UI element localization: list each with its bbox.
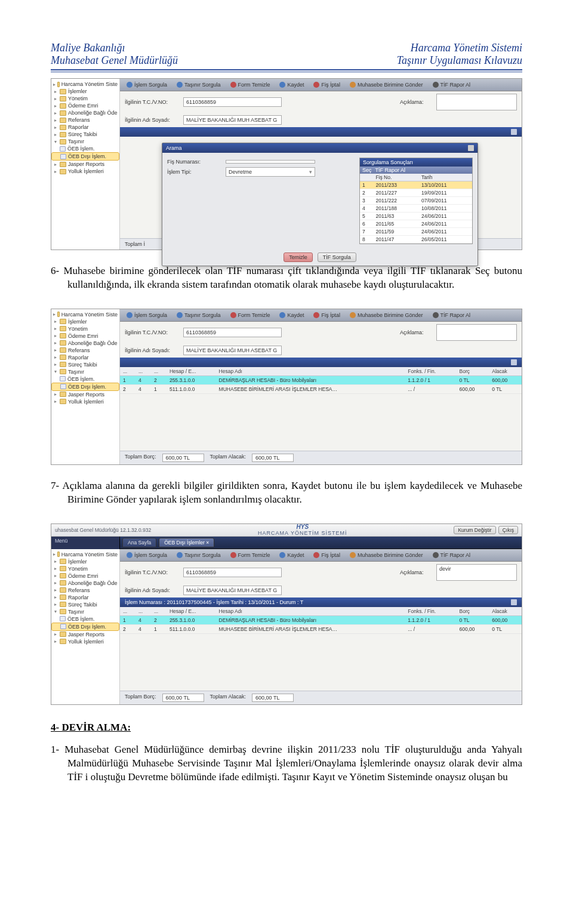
table-row[interactable]: 12011/23313/10/2011 (360, 181, 472, 189)
islem-sorgula-button[interactable]: İşlem Sorgula (124, 312, 170, 319)
tree-odeme[interactable]: Ödeme Emri (68, 333, 98, 339)
kaydet-button[interactable]: Kaydet (276, 81, 307, 88)
tree-yolluk[interactable]: Yolluk İşlemleri (68, 399, 104, 405)
adsoyad-input[interactable]: MALİYE BAKANLIĞI MUH ASEBAT G (183, 586, 282, 595)
tree-abonelik[interactable]: Aboneliğe Bağlı Öde (68, 580, 118, 586)
collapse-icon[interactable] (511, 129, 517, 135)
tcvkno-input[interactable]: 6110368859 (183, 97, 282, 107)
adsoyad-input[interactable]: MALİYE BAKANLIĞI MUH ASEBAT G (183, 346, 282, 355)
folder-icon (60, 566, 66, 571)
tree-jasper[interactable]: Jasper Reports (68, 392, 104, 398)
tree-raporlar[interactable]: Raporlar (68, 355, 89, 361)
fis-iptal-button[interactable]: Fiş İptal (310, 552, 343, 559)
folder-icon (60, 580, 66, 586)
tree-referans[interactable]: Referans (68, 347, 90, 353)
table-row[interactable]: 142 255.3.1.0.0DEMİRBAŞLAR HESABI - Büro… (120, 615, 522, 624)
adsoyad-input[interactable]: MALİYE BAKANLIĞI MUH ASEBAT G (183, 115, 282, 125)
tree-tasinir[interactable]: Taşınır (68, 609, 84, 615)
tasinir-sorgula-button[interactable]: Taşınır Sorgula (174, 81, 224, 88)
tree-islemler[interactable]: İşlemler (68, 88, 87, 94)
tree-oeb[interactable]: ÖEB İşlem. (67, 146, 95, 152)
tif-rapor-button[interactable]: TİF Rapor Al (430, 81, 474, 88)
aciklama-input[interactable]: devir (436, 564, 517, 581)
tree-yonetim[interactable]: Yönetim (68, 96, 88, 101)
aciklama-input[interactable] (436, 94, 517, 110)
table-row[interactable]: 32011/22207/09/2011 (360, 197, 472, 205)
cikis-button[interactable]: Çıkış (498, 526, 518, 534)
tree-jasper[interactable]: Jasper Reports (68, 161, 104, 167)
tree-odeme[interactable]: Ödeme Emri (68, 573, 98, 579)
table-row[interactable]: 241 511.1.0.0.0MUHASEBE BİRİMLERİ ARASI … (120, 384, 522, 393)
tree-yolluk[interactable]: Yolluk İşlemleri (68, 639, 104, 645)
tree-root[interactable]: Harcama Yönetim Siste (61, 552, 118, 558)
kaydet-button[interactable]: Kaydet (276, 312, 307, 319)
islem-sorgula-button[interactable]: İşlem Sorgula (124, 81, 170, 88)
tree-abonelik[interactable]: Aboneliğe Bağlı Öde (68, 110, 118, 116)
temizle-button[interactable]: Temizle (284, 252, 313, 262)
tree-islemler[interactable]: İşlemler (68, 559, 87, 565)
search-icon (177, 312, 183, 318)
tree-tasinir[interactable]: Taşınır (68, 369, 84, 375)
tree-referans[interactable]: Referans (68, 117, 90, 123)
tasinir-sorgula-button[interactable]: Taşınır Sorgula (174, 312, 224, 319)
collapse-icon[interactable] (511, 599, 517, 605)
tree-oeb[interactable]: ÖEB İşlem. (67, 616, 95, 622)
table-row[interactable]: 42011/18810/08/2011 (360, 205, 472, 212)
collapse-icon[interactable] (511, 359, 517, 365)
fisno-input[interactable] (226, 160, 315, 164)
tree-tasinir[interactable]: Taşınır (68, 138, 84, 144)
form-temizle-button[interactable]: Form Temizle (227, 81, 273, 88)
tree-yonetim[interactable]: Yönetim (68, 566, 88, 572)
islemtip-select[interactable]: Devretme ▾ (226, 167, 315, 177)
tree-abonelik[interactable]: Aboneliğe Bağlı Öde (68, 340, 118, 346)
tree-jasper[interactable]: Jasper Reports (68, 632, 104, 637)
tree-oebdisi[interactable]: ÖEB Dışı İşlem. (68, 624, 106, 630)
tif-rapor-button[interactable]: TİF Rapor Al (430, 312, 474, 319)
tree-raporlar[interactable]: Raporlar (68, 124, 89, 130)
form-temizle-button[interactable]: Form Temizle (227, 312, 273, 319)
muhasebe-gonder-button[interactable]: Muhasebe Birimine Gönder (347, 552, 426, 559)
fis-iptal-button[interactable]: Fiş İptal (310, 81, 343, 88)
tree-raporlar[interactable]: Raporlar (68, 595, 89, 600)
tree-islemler[interactable]: İşlemler (68, 319, 87, 325)
kurum-degistir-button[interactable]: Kurum Değiştir (454, 526, 495, 534)
tree-yolluk[interactable]: Yolluk İşlemleri (68, 168, 104, 174)
tree-oeb[interactable]: ÖEB İşlem. (67, 376, 95, 382)
islem-sorgula-button[interactable]: İşlem Sorgula (124, 552, 170, 559)
tree-root[interactable]: Harcama Yönetim Siste (61, 81, 118, 87)
tree-oebdisi[interactable]: ÖEB Dışı İşlem. (68, 153, 106, 159)
table-row[interactable]: 22011/22719/09/2011 (360, 189, 472, 197)
tif-sorgula-button[interactable]: TİF Sorgula (318, 252, 356, 262)
sec-button[interactable]: Seç (362, 167, 372, 173)
tasinir-sorgula-button[interactable]: Taşınır Sorgula (174, 552, 224, 559)
table-row[interactable]: 142 255.3.1.0.0DEMİRBAŞLAR HESABI - Büro… (120, 375, 522, 384)
tree-surec[interactable]: Süreç Takibi (68, 602, 97, 608)
tree-yonetim[interactable]: Yönetim (68, 326, 88, 332)
tcvkno-input[interactable]: 6110368859 (183, 328, 282, 337)
tif-rapor-popup-button[interactable]: TİF Rapor Al (375, 167, 406, 173)
close-icon[interactable] (468, 145, 474, 151)
table-row[interactable]: 72011/5924/06/2011 (360, 228, 472, 236)
tree-surec[interactable]: Süreç Takibi (68, 131, 97, 137)
muhasebe-gonder-button[interactable]: Muhasebe Birimine Gönder (347, 81, 426, 88)
tree-referans[interactable]: Referans (68, 587, 90, 593)
table-row[interactable]: 52011/6324/06/2011 (360, 212, 472, 220)
close-icon[interactable]: × (206, 540, 209, 546)
tree-surec[interactable]: Süreç Takibi (68, 362, 97, 368)
tab-anasayfa[interactable]: Ana Sayfa (122, 538, 156, 547)
fis-iptal-button[interactable]: Fiş İptal (310, 312, 343, 319)
table-row[interactable]: 62011/6524/06/2011 (360, 220, 472, 228)
tree-root[interactable]: Harcama Yönetim Siste (61, 312, 118, 318)
muhasebe-gonder-button[interactable]: Muhasebe Birimine Gönder (347, 312, 426, 319)
kaydet-button[interactable]: Kaydet (276, 552, 307, 559)
form-temizle-button[interactable]: Form Temizle (227, 552, 273, 559)
header-separator (51, 69, 522, 72)
tif-rapor-button[interactable]: TİF Rapor Al (430, 552, 474, 559)
tree-odeme[interactable]: Ödeme Emri (68, 103, 98, 109)
tab-oebdisi[interactable]: ÖEB Dışı İşlemler × (159, 538, 214, 547)
tree-oebdisi[interactable]: ÖEB Dışı İşlem. (68, 384, 106, 390)
table-row[interactable]: 241 511.1.0.0.0MUHASEBE BİRİMLERİ ARASI … (120, 624, 522, 633)
aciklama-input[interactable] (436, 324, 517, 341)
tcvkno-input[interactable]: 6110368859 (183, 568, 282, 577)
table-row[interactable]: 82011/4726/05/2011 (360, 236, 472, 244)
